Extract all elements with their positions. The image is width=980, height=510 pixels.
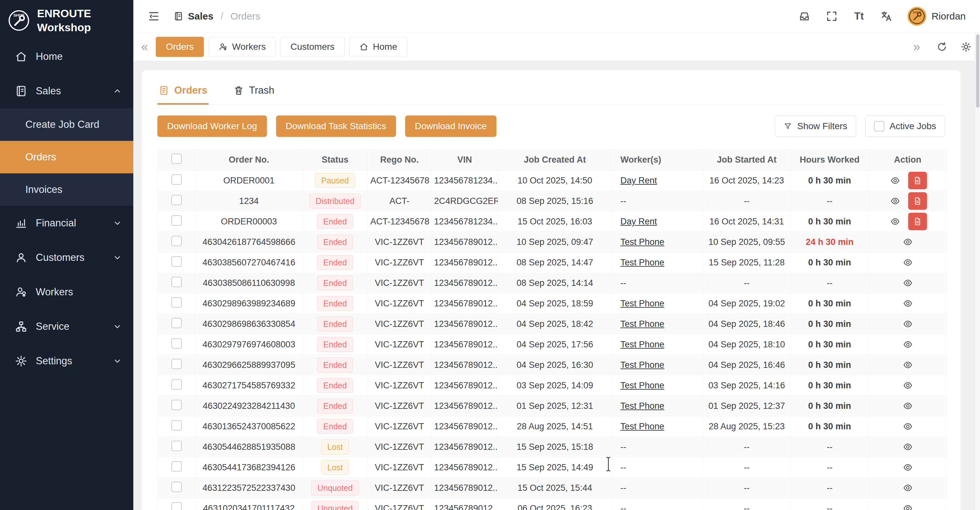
sidebar-collapse-icon[interactable] — [148, 10, 160, 22]
download-invoice-button[interactable]: Download Invoice — [405, 115, 496, 137]
page-scrollbar[interactable] — [975, 32, 980, 510]
select-all-checkbox[interactable] — [171, 153, 182, 164]
inbox-icon[interactable] — [798, 10, 811, 22]
download-worker-log-button[interactable]: Download Worker Log — [158, 115, 267, 137]
sidebar-item-customers[interactable]: Customers — [0, 241, 133, 275]
view-order-button[interactable] — [901, 401, 914, 411]
tabstrip-settings-icon[interactable] — [961, 41, 972, 53]
row-checkbox[interactable] — [171, 502, 182, 510]
view-order-button[interactable] — [889, 216, 902, 227]
view-order-button[interactable] — [901, 339, 914, 350]
row-checkbox[interactable] — [171, 420, 182, 430]
action-cell — [869, 273, 947, 293]
view-order-button[interactable] — [901, 442, 914, 452]
worker-link[interactable]: Test Phone — [620, 319, 664, 329]
view-order-button[interactable] — [901, 278, 914, 288]
sidebar-item-label: Orders — [25, 151, 56, 163]
breadcrumb-section[interactable]: Sales — [188, 11, 213, 22]
worker-link[interactable]: Day Rent — [620, 175, 657, 185]
card-tab-trash[interactable]: Trash — [232, 80, 276, 104]
active-jobs-checkbox[interactable] — [874, 121, 885, 131]
sidebar-item-financial[interactable]: Financial — [0, 206, 133, 241]
row-checkbox[interactable] — [171, 195, 182, 205]
row-checkbox[interactable] — [171, 461, 182, 472]
card-tab-orders[interactable]: Orders — [158, 80, 209, 104]
user-menu[interactable]: SHOP Riordan — [907, 7, 966, 26]
breadcrumb-current: Orders — [231, 11, 261, 22]
workers-cell: -- — [612, 437, 703, 457]
sidebar-item-invoices[interactable]: Invoices — [0, 173, 133, 206]
tab-customers[interactable]: Customers — [280, 37, 344, 57]
tabs-scroll-left-icon[interactable]: « — [138, 41, 151, 53]
view-order-button[interactable] — [901, 360, 914, 370]
sidebar-item-orders[interactable]: Orders — [0, 141, 133, 173]
user-name[interactable]: Riordan — [932, 11, 966, 22]
scrollbar-thumb[interactable] — [976, 35, 979, 108]
view-order-button[interactable] — [901, 298, 914, 309]
view-order-button[interactable] — [901, 237, 914, 247]
row-checkbox[interactable] — [171, 236, 182, 246]
view-order-button[interactable] — [901, 380, 914, 390]
download-task-statistics-button[interactable]: Download Task Statistics — [276, 115, 396, 137]
status-cell: Ended — [303, 355, 368, 375]
row-checkbox[interactable] — [171, 400, 182, 410]
invoice-button[interactable] — [908, 172, 927, 189]
sidebar-item-service[interactable]: Service — [0, 309, 133, 344]
row-checkbox[interactable] — [171, 441, 182, 451]
rego-cell: VIC-1ZZ6VT — [368, 498, 431, 510]
view-order-button[interactable] — [889, 196, 902, 206]
row-checkbox[interactable] — [171, 256, 182, 267]
sidebar-item-home[interactable]: Home — [0, 39, 133, 74]
row-checkbox[interactable] — [171, 318, 182, 328]
sidebar-item-create-job-card[interactable]: Create Job Card — [0, 108, 133, 141]
row-checkbox[interactable] — [171, 174, 182, 185]
invoice-button[interactable] — [908, 192, 927, 210]
tab-home[interactable]: Home — [349, 37, 407, 57]
worker-link[interactable]: Test Phone — [620, 422, 664, 431]
view-order-button[interactable] — [901, 483, 914, 493]
worker-link[interactable]: Test Phone — [620, 339, 664, 349]
translate-icon[interactable] — [880, 10, 892, 22]
sidebar-item-workers[interactable]: Workers — [0, 275, 133, 309]
sidebar-nav: Home Sales Create Job Card Orders — [0, 39, 133, 378]
user-avatar[interactable]: SHOP — [907, 7, 926, 26]
row-checkbox[interactable] — [171, 215, 182, 226]
worker-link[interactable]: Test Phone — [620, 299, 664, 308]
worker-link[interactable]: Test Phone — [620, 258, 664, 267]
row-checkbox[interactable] — [171, 482, 182, 492]
worker-link[interactable]: Test Phone — [620, 381, 664, 390]
row-checkbox[interactable] — [171, 338, 182, 349]
sidebar-item-settings[interactable]: Settings — [0, 344, 133, 378]
active-jobs-toggle[interactable]: Active Jobs — [865, 115, 945, 137]
view-order-button[interactable] — [901, 421, 914, 432]
topbar: Sales / Orders Tt — [133, 0, 980, 32]
tabs-scroll-right-icon[interactable]: » — [910, 41, 923, 53]
view-order-button[interactable] — [901, 462, 914, 473]
job-started-cell: 16 Oct 2025, 14:31 — [703, 211, 791, 232]
font-size-icon[interactable]: Tt — [853, 10, 865, 22]
row-checkbox[interactable] — [171, 379, 182, 390]
status-cell: Unquoted — [303, 498, 368, 510]
invoice-button[interactable] — [908, 213, 927, 230]
job-started-cell: 01 Sep 2025, 12:37 — [703, 396, 791, 416]
rego-cell: VIC-1ZZ6VT — [368, 478, 431, 498]
worker-link[interactable]: Day Rent — [620, 217, 657, 226]
row-checkbox[interactable] — [171, 277, 182, 287]
show-filters-button[interactable]: Show Filters — [775, 115, 856, 137]
job-created-cell: 08 Sep 2025, 15:16 — [498, 191, 612, 211]
row-checkbox[interactable] — [171, 297, 182, 308]
worker-link[interactable]: Test Phone — [620, 401, 664, 411]
tab-orders[interactable]: Orders — [156, 37, 204, 57]
view-order-button[interactable] — [889, 175, 902, 186]
worker-link[interactable]: Test Phone — [620, 360, 664, 370]
row-checkbox[interactable] — [171, 359, 182, 369]
worker-link[interactable]: Test Phone — [620, 237, 664, 247]
view-order-button[interactable] — [901, 319, 914, 329]
fullscreen-icon[interactable] — [826, 10, 838, 22]
action-cell — [869, 335, 947, 355]
sidebar-item-sales[interactable]: Sales — [0, 74, 133, 108]
refresh-icon[interactable] — [936, 41, 948, 53]
view-order-button[interactable] — [901, 503, 914, 510]
tab-workers[interactable]: Workers — [208, 37, 276, 57]
view-order-button[interactable] — [901, 257, 914, 268]
